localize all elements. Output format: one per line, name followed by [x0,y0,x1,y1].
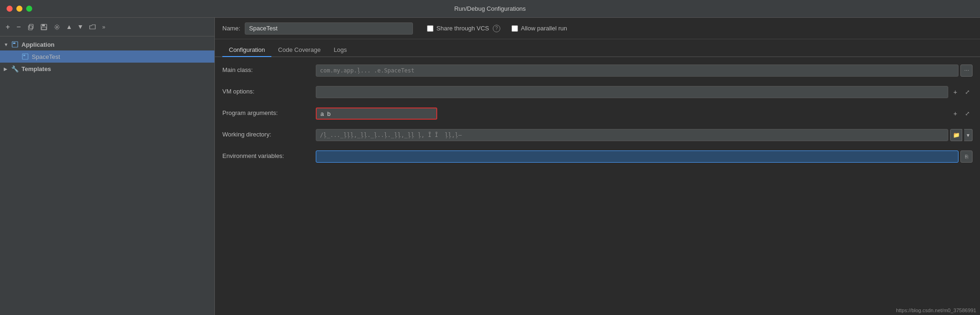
svg-rect-0 [28,26,32,30]
vm-options-label: VM options: [222,86,316,95]
program-args-label: Program arguments: [222,107,316,116]
window-title: Run/Debug Configurations [454,5,526,12]
working-dir-field: 📁 ▼ [316,129,973,141]
templates-label: Templates [21,65,51,72]
working-dir-row: Working directory: 📁 ▼ [222,129,973,142]
move-up-button[interactable] [65,24,73,30]
tree-item-spacetest[interactable]: SpaceTest [0,50,214,63]
name-row: Name: Share through VCS ? Allow parallel… [215,18,980,39]
vm-options-expand-button[interactable]: ⤢ [962,87,973,97]
working-dir-dropdown-button[interactable]: ▼ [964,129,973,141]
save-config-button[interactable] [39,23,49,31]
vm-options-input[interactable] [316,86,948,98]
svg-rect-8 [12,42,18,47]
program-args-add-button[interactable]: + [950,108,960,119]
program-args-field: + ⤢ [316,107,973,120]
env-vars-input[interactable] [316,150,959,163]
main-class-row: Main class: ⋯ [222,64,973,78]
share-vcs-label[interactable]: Share through VCS [427,25,489,32]
tab-code-coverage[interactable]: Code Coverage [271,43,327,57]
chevron-right-icon: ▶ [4,66,10,72]
left-panel: + − [0,18,215,315]
parallel-run-checkbox[interactable] [511,25,518,32]
svg-rect-9 [13,43,15,44]
spacetest-label: SpaceTest [32,53,60,60]
form-area: Main class: ⋯ VM options: + ⤢ Program ar… [215,57,980,315]
svg-marker-6 [67,25,71,29]
name-input[interactable] [245,22,413,35]
svg-rect-11 [23,55,25,56]
svg-marker-7 [78,25,82,29]
parallel-run-label[interactable]: Allow parallel run [511,25,567,32]
help-icon[interactable]: ? [493,25,500,32]
configuration-tree: ▼ Application SpaceTes [0,36,214,315]
share-vcs-text: Share through VCS [436,25,489,32]
more-button[interactable]: » [100,23,107,31]
move-down-button[interactable] [76,24,85,30]
program-args-row: Program arguments: + ⤢ [222,107,973,121]
svg-point-5 [56,26,58,28]
wrench-icon: 🔧 [11,65,19,72]
maximize-button[interactable] [26,6,32,12]
env-vars-field: ⎘ [316,150,973,163]
parallel-run-text: Allow parallel run [521,25,567,32]
window-controls[interactable] [7,6,32,12]
program-args-expand-button[interactable]: ⤢ [962,108,973,119]
remove-config-button[interactable]: − [14,22,22,32]
add-config-button[interactable]: + [4,22,12,32]
env-vars-copy-button[interactable]: ⎘ [960,150,973,163]
toolbar: + − [0,18,214,36]
svg-rect-10 [22,54,28,59]
chevron-down-icon: ▼ [4,42,10,47]
main-class-browse-button[interactable]: ⋯ [960,64,973,77]
application-label: Application [21,41,55,48]
titlebar: Run/Debug Configurations [0,0,980,18]
svg-rect-4 [42,27,46,29]
main-class-field: ⋯ [316,64,973,77]
tabs: Configuration Code Coverage Logs [215,39,980,57]
svg-rect-1 [29,24,33,29]
env-vars-label: Environment variables: [222,150,316,159]
tree-item-application[interactable]: ▼ Application [0,38,214,50]
watermark: https://blog.csdn.net/m0_37586991 [896,308,976,313]
copy-config-button[interactable] [26,23,36,31]
main-class-label: Main class: [222,64,316,73]
minimize-button[interactable] [16,6,22,12]
right-panel: Name: Share through VCS ? Allow parallel… [215,18,980,315]
folder-button[interactable] [87,23,98,31]
application-icon [11,41,19,48]
vcs-section: Share through VCS ? Allow parallel run [427,25,567,32]
tree-item-templates[interactable]: ▶ 🔧 Templates [0,63,214,75]
main-content: + − [0,18,980,315]
vm-options-row: VM options: + ⤢ [222,86,973,99]
tab-logs[interactable]: Logs [327,43,353,57]
env-vars-row: Environment variables: ⎘ [222,150,973,164]
share-vcs-checkbox[interactable] [427,25,433,32]
main-class-input[interactable] [316,64,959,77]
name-label: Name: [222,25,240,32]
tab-configuration[interactable]: Configuration [222,43,271,57]
program-args-input[interactable] [316,107,437,120]
working-dir-input[interactable] [316,129,948,141]
vm-options-add-button[interactable]: + [950,87,960,97]
working-dir-label: Working directory: [222,129,316,138]
working-dir-folder-button[interactable]: 📁 [950,129,962,141]
settings-config-button[interactable] [52,23,62,31]
close-button[interactable] [7,6,13,12]
config-icon [21,53,29,60]
svg-rect-3 [42,24,45,26]
vm-options-field: + ⤢ [316,86,973,98]
